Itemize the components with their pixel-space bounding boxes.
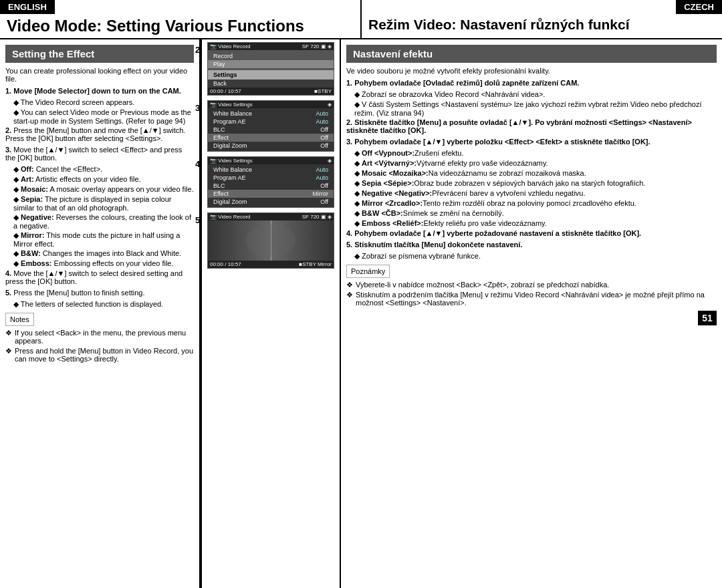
bullet-cz-3-1: Off <Vypnout>:Zrušení efektu. [354, 149, 717, 158]
step-cz-1: 1. Pohybem ovladače [Ovladač režimů] dol… [346, 79, 717, 87]
header: ENGLISH CZECH Video Mode: Setting Variou… [0, 0, 722, 39]
screenshot-5: 📷 Video Record SF 720 ▣ ◈ 00:00 / 10:57 … [207, 212, 334, 269]
cam-row-wb-3: White BalanceAuto [208, 110, 334, 118]
cam-num-3: 3 [195, 103, 200, 113]
intro-cz: Ve video souboru je možné vytvořit efekt… [346, 67, 717, 75]
bullet-en-3-7: B&W: Changes the images into Black and W… [13, 249, 194, 258]
notes-label-en: Notes [5, 313, 34, 326]
cam-row-wb-4: White BalanceAuto [208, 166, 334, 174]
cam-row-effect-3: EffectOff [208, 134, 334, 142]
bullet-cz-3-7: B&W <ČB>:Snímek se změní na černobílý. [354, 209, 717, 218]
cam-num-5: 5 [195, 215, 200, 225]
cam-statusbar-5: 00:00 / 10:57 ■STBY Mirror [208, 261, 334, 268]
bullet-cz-3-3: Mosaic <Mozaika>:Na videozáznamu se zobr… [354, 169, 717, 178]
lang-badge-cz: CZECH [676, 0, 722, 14]
note-cz-1: Vyberete-li v nabídce možnost <Back> <Zp… [346, 281, 717, 289]
screenshot-4: 📷 Video Settings ◈ White BalanceAuto Pro… [207, 156, 334, 208]
cam-menu-play[interactable]: Play [208, 60, 334, 68]
bullet-en-3-4: Sepia: The picture is displayed in sepia… [13, 195, 194, 212]
cam-row-pae-4: Program AEAuto [208, 174, 334, 182]
step-en-5: 5. Press the [Menu] button to finish set… [5, 289, 194, 297]
bullet-cz-3-8: Emboss <Reliéf>:Efekty reliéfu pro vaše … [354, 219, 717, 228]
lang-badge-en: ENGLISH [0, 0, 55, 14]
cam-menu-back[interactable]: Back [208, 80, 334, 88]
step-en-1: 1. Move [Mode Selector] down to turn on … [5, 87, 194, 95]
step-en-2: 2. Press the [Menu] button and move the … [5, 126, 194, 142]
note-cz-2: Stisknutím a podržením tlačítka [Menu] v… [346, 291, 717, 307]
title-cz: Režim Video: Nastavení různých funkcí [368, 17, 630, 32]
cam-row-pae-3: Program AEAuto [208, 118, 334, 126]
cam-topbar-3: 📷 Video Settings ◈ [208, 101, 334, 108]
cam-row-blc-4: BLCOff [208, 182, 334, 190]
cam-row-dz-4: Digital ZoomOff [208, 198, 334, 206]
cam-row-effect-4: EffectMirror [208, 190, 334, 198]
cam-num-2: 2 [195, 45, 200, 55]
bullet-en-1-2: You can select Video mode or Previous mo… [13, 108, 194, 125]
step-cz-4: 4. Pohybem ovladače [▲/▼] vyberte požado… [346, 229, 717, 237]
cam-row-dz-3: Digital ZoomOff [208, 142, 334, 150]
bullet-cz-3-5: Negative <Negativ>:Převrácení barev a vy… [354, 189, 717, 198]
main-layout: Setting the Effect You can create profes… [0, 39, 722, 588]
bullet-en-3-6: Mirror: This mode cuts the picture in ha… [13, 231, 194, 248]
cam-num-4: 4 [195, 159, 200, 169]
cam-menu-settings[interactable]: Settings [208, 70, 334, 80]
notes-label-cz: Poznámky [346, 265, 390, 278]
bullet-cz-5-1: Zobrazí se písmena vybrané funkce. [354, 252, 717, 261]
cam-silhouette [245, 225, 295, 257]
section-heading-en: Setting the Effect [5, 45, 194, 63]
bullet-en-1-1: The Video Record screen appears. [13, 98, 194, 107]
bullet-en-3-3: Mosaic: A mosaic overlay appears on your… [13, 185, 194, 194]
cam-menu-record[interactable]: Record [208, 52, 334, 60]
title-en: Video Mode: Setting Various Functions [7, 17, 304, 35]
bullet-en-3-8: Emboss: Embossing effects on your video … [13, 259, 194, 268]
screenshots-column: 2 📷 Video Record SF 720 ▣ ◈ Record Play … [201, 39, 341, 588]
step-cz-3: 3. Pohybem ovladače [▲/▼] vyberte položk… [346, 138, 717, 146]
section-heading-cz: Nastavení efektu [346, 45, 717, 63]
bullet-cz-3-2: Art <Výtvarný>:Výtvarné efekty pro vaše … [354, 159, 717, 168]
page: ENGLISH CZECH Video Mode: Setting Variou… [0, 0, 722, 588]
bullet-en-5-1: The letters of selected function is disp… [13, 300, 194, 309]
screenshot-3: 📷 Video Settings ◈ White BalanceAuto Pro… [207, 100, 334, 152]
step-cz-5: 5. Stisknutím tlačítka [Menu] dokončete … [346, 241, 717, 249]
bullet-en-3-5: Negative: Reverses the colours, creating… [13, 213, 194, 230]
cam-row-blc-3: BLCOff [208, 126, 334, 134]
screenshot-2: 📷 Video Record SF 720 ▣ ◈ Record Play Se… [207, 42, 334, 96]
bullet-cz-1-1: Zobrazí se obrazovka Video Record <Nahrá… [354, 90, 717, 99]
cam-topbar-4: 📷 Video Settings ◈ [208, 157, 334, 164]
step-cz-2: 2. Stiskněte tlačítko [Menu] a posuňte o… [346, 118, 717, 134]
page-number: 51 [698, 311, 717, 325]
note-en-1: If you select <Back> in the menu, the pr… [5, 329, 194, 345]
step-en-4: 4. Move the [▲/▼] switch to select desir… [5, 269, 194, 285]
cam-topbar-5: 📷 Video Record SF 720 ▣ ◈ [208, 213, 334, 220]
step-en-3: 3. Move the [▲/▼] switch to select <Effe… [5, 146, 194, 162]
bullet-cz-3-6: Mirror <Zrcadlo>:Tento režim rozdělí obr… [354, 199, 717, 208]
cam-statusbar-2: 00:00 / 10:57 ■STBY [208, 88, 334, 95]
intro-en: You can create professional looking effe… [5, 67, 194, 83]
bullet-en-3-1: Off: Cancel the <Effect>. [13, 165, 194, 174]
cam-topbar-2: 📷 Video Record SF 720 ▣ ◈ [208, 43, 334, 50]
left-column: Setting the Effect You can create profes… [0, 39, 201, 588]
bullet-en-3-2: Art: Artistic effects on your video file… [13, 175, 194, 184]
note-en-2: Press and hold the [Menu] button in Vide… [5, 347, 194, 363]
bullet-cz-1-2: V části System Settings <Nastavení systé… [354, 100, 717, 117]
right-column: Nastavení efektu Ve video souboru je mož… [341, 39, 722, 588]
bullet-cz-3-4: Sepia <Sépie>:Obraz bude zobrazen v sépi… [354, 179, 717, 188]
